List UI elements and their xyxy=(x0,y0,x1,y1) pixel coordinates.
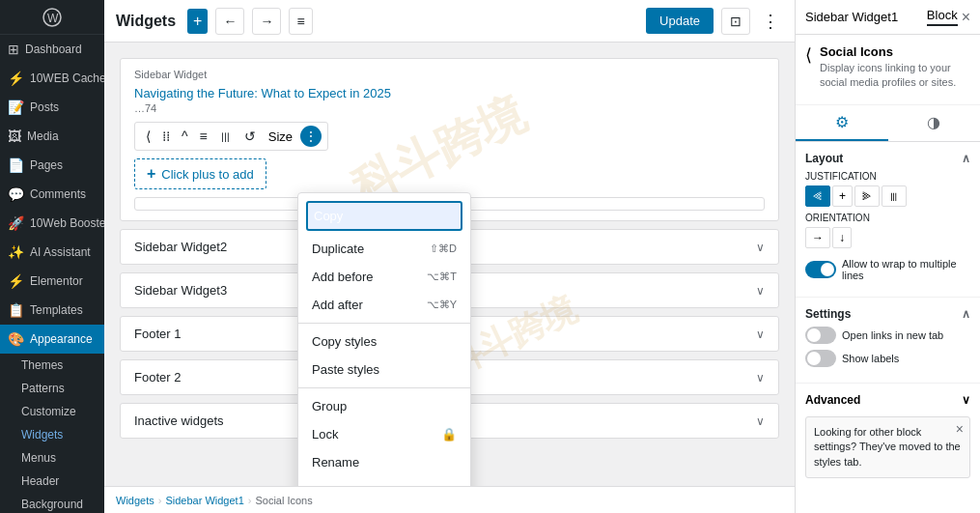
social-icon-header: ⟨ Social Icons Display icons linking to … xyxy=(805,44,970,91)
booster-icon: 🚀 xyxy=(8,215,24,231)
context-menu-paste-styles[interactable]: Paste styles xyxy=(298,356,470,384)
sidebar-item-background[interactable]: Background xyxy=(14,493,104,513)
settings-icon-tab[interactable]: ⚙ xyxy=(796,105,888,141)
section-label: Inactive widgets xyxy=(134,413,224,428)
align-justify-btn[interactable]: ⫼ xyxy=(882,185,907,207)
sidebar-item-menus[interactable]: Menus xyxy=(14,446,104,470)
block-toolbar: ⟨ ⁞⁞ ^ ≡ ⫼ ↺ Size ⋮ xyxy=(134,122,328,151)
update-button[interactable]: Update xyxy=(646,8,714,34)
article-link[interactable]: Navigating the Future: What to Expect in… xyxy=(134,86,391,100)
tooltip-close-button[interactable]: × xyxy=(956,421,964,437)
social-icons-description: Display icons linking to your social med… xyxy=(820,61,970,91)
sidebar-item-label: Dashboard xyxy=(25,43,82,56)
sidebar-item-elementor[interactable]: ⚡ Elementor xyxy=(0,267,104,296)
elementor-icon: ⚡ xyxy=(8,273,24,289)
context-menu-copy[interactable]: Copy xyxy=(306,201,462,231)
expand-icon: ∨ xyxy=(756,284,765,298)
posts-icon: 📝 xyxy=(8,100,24,115)
styles-icon-tab[interactable]: ◑ xyxy=(888,105,981,141)
sidebar-item-templates[interactable]: 📋 Templates xyxy=(0,296,104,325)
context-menu-add-after[interactable]: Add after ⌥⌘Y xyxy=(298,291,470,319)
sidebar-item-widgets[interactable]: Widgets xyxy=(14,423,104,446)
lock-label: Lock xyxy=(312,427,338,442)
sidebar-item-label: AI Assistant xyxy=(30,245,91,259)
svg-text:W: W xyxy=(47,12,59,25)
context-menu: Copy Duplicate ⇧⌘D Add before ⌥⌘T Add af… xyxy=(297,192,471,486)
share-toolbar-btn[interactable]: ⟨ xyxy=(141,126,155,147)
sidebar-item-appearance[interactable]: 🎨 Appearance xyxy=(0,325,104,354)
add-block-button[interactable]: + xyxy=(187,9,208,34)
wrap-toggle[interactable] xyxy=(805,261,836,278)
tab-block[interactable]: Block xyxy=(927,8,958,26)
sidebar-item-posts[interactable]: 📝 Posts xyxy=(0,93,104,122)
align-left-btn[interactable]: ⫷ xyxy=(805,185,830,207)
breadcrumb-social-icons: Social Icons xyxy=(255,495,312,506)
drag-toolbar-btn[interactable]: ⁞⁞ xyxy=(157,126,175,147)
breadcrumb-sidebar-widget1[interactable]: Sidebar Widget1 xyxy=(165,495,243,506)
section-label: Sidebar Widget2 xyxy=(134,240,227,254)
context-menu-copy-styles[interactable]: Copy styles xyxy=(298,328,470,356)
social-icons-info: ⟨ Social Icons Display icons linking to … xyxy=(796,35,980,105)
page-title: Widgets xyxy=(116,13,176,30)
panel-close-button[interactable]: × xyxy=(962,9,970,26)
sidebar-item-media[interactable]: 🖼 Media xyxy=(0,122,104,151)
section-label: Footer 1 xyxy=(134,327,181,341)
reverse-toolbar-btn[interactable]: ↺ xyxy=(239,126,261,147)
orientation-label: ORIENTATION xyxy=(805,213,970,223)
sidebar-item-patterns[interactable]: Patterns xyxy=(14,377,104,400)
context-menu-move-to[interactable]: Move to xyxy=(298,476,470,486)
sidebar-item-10web-booster[interactable]: 🚀 10Web Booster xyxy=(0,209,104,238)
context-menu-rename[interactable]: Rename xyxy=(298,448,470,476)
plus-icon: + xyxy=(147,165,155,183)
appearance-submenu: Themes Patterns Customize Widgets Menus … xyxy=(0,354,104,513)
paste-styles-label: Paste styles xyxy=(312,362,379,377)
layout-collapse[interactable]: ∧ xyxy=(962,152,970,165)
add-block-inline-button[interactable]: + Click plus to add xyxy=(134,158,266,189)
settings-section: Settings ∧ Open links in new tab Show la… xyxy=(796,298,980,384)
orient-horizontal-btn[interactable]: → xyxy=(805,227,830,248)
list-view-button[interactable]: ≡ xyxy=(289,8,312,35)
sidebar-logo: W xyxy=(0,0,104,35)
settings-collapse[interactable]: ∧ xyxy=(962,307,970,321)
more-toolbar-btn[interactable]: ⋮ xyxy=(300,126,322,147)
align-right-btn[interactable]: ⫸ xyxy=(854,185,880,207)
sidebar-item-themes[interactable]: Themes xyxy=(14,354,104,377)
ai-icon: ✨ xyxy=(8,244,24,260)
context-menu-duplicate[interactable]: Duplicate ⇧⌘D xyxy=(298,235,470,263)
sidebar-item-label: 10WEB Cache xyxy=(30,71,104,85)
sidebar-item-label: Comments xyxy=(30,187,86,201)
context-menu-add-before[interactable]: Add before ⌥⌘T xyxy=(298,263,470,291)
align-center-toolbar-btn[interactable]: ⫼ xyxy=(214,126,238,147)
up-toolbar-btn[interactable]: ^ xyxy=(177,126,193,147)
section-label: Sidebar Widget3 xyxy=(134,283,227,298)
show-labels-toggle[interactable] xyxy=(805,350,836,367)
back-button[interactable]: ← xyxy=(215,8,244,35)
sidebar-item-comments[interactable]: 💬 Comments xyxy=(0,180,104,209)
align-center-btn[interactable]: + xyxy=(832,185,853,207)
context-menu-lock[interactable]: Lock 🔒 xyxy=(298,420,470,448)
forward-button[interactable]: → xyxy=(252,8,281,35)
sidebar-item-label: Media xyxy=(27,129,59,143)
sidebar-item-10web-cache[interactable]: ⚡ 10WEB Cache xyxy=(0,64,104,93)
context-menu-group[interactable]: Group xyxy=(298,392,470,420)
lock-icon: 🔒 xyxy=(441,427,457,442)
sidebar-item-header[interactable]: Header xyxy=(14,470,104,493)
advanced-title[interactable]: Advanced ∨ xyxy=(805,393,970,407)
align-left-toolbar-btn[interactable]: ≡ xyxy=(195,126,212,147)
orientation-group: → ↓ xyxy=(805,227,970,248)
sidebar-item-pages[interactable]: 📄 Pages xyxy=(0,151,104,180)
expand-icon: ∨ xyxy=(756,371,765,385)
orient-vertical-btn[interactable]: ↓ xyxy=(832,227,852,248)
breadcrumb: Widgets › Sidebar Widget1 › Social Icons xyxy=(104,486,795,513)
breadcrumb-widgets[interactable]: Widgets xyxy=(116,495,154,506)
duplicate-shortcut: ⇧⌘D xyxy=(430,242,457,255)
more-options-button[interactable]: ⋮ xyxy=(758,11,783,32)
media-icon: 🖼 xyxy=(8,128,21,144)
open-links-toggle[interactable] xyxy=(805,327,836,344)
sidebar-item-dashboard[interactable]: ⊞ Dashboard xyxy=(0,35,104,64)
view-toggle-button[interactable]: ⊡ xyxy=(721,8,750,35)
sidebar-item-ai-assistant[interactable]: ✨ AI Assistant xyxy=(0,238,104,267)
social-icon-text: Social Icons Display icons linking to yo… xyxy=(820,44,970,91)
topbar: Widgets + ← → ≡ Update ⊡ ⋮ xyxy=(104,0,795,43)
sidebar-item-customize[interactable]: Customize xyxy=(14,400,104,423)
